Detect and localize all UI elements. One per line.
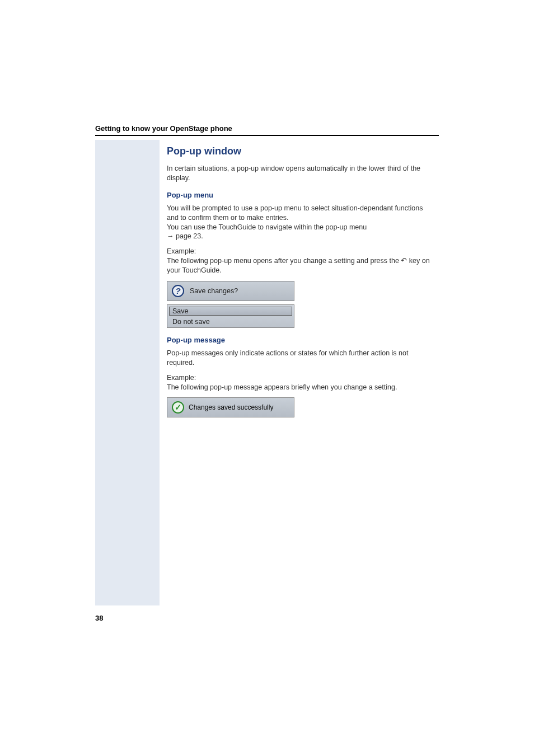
- arrow-right-icon: →: [167, 232, 174, 241]
- popup-message-example-text: The following pop-up message appears bri…: [167, 383, 397, 391]
- question-mark-icon: ?: [172, 285, 184, 297]
- page-header: Getting to know your OpenStage phone: [95, 124, 439, 136]
- popup-option-do-not-save[interactable]: Do not save: [167, 317, 294, 327]
- popup-message-box: ✓ Changes saved successfully: [167, 397, 294, 417]
- example-label: Example:: [167, 247, 196, 255]
- back-key-icon: ↶: [401, 256, 407, 266]
- popup-menu-para1: You will be prompted to use a pop-up men…: [167, 204, 423, 222]
- content-area: Pop-up window In certain situations, a p…: [167, 145, 435, 417]
- popup-option-save[interactable]: Save: [169, 307, 292, 316]
- popup-menu-para2: You can use the TouchGuide to navigate w…: [167, 223, 367, 231]
- popup-menu-example: Example: The following pop-up menu opens…: [167, 247, 435, 275]
- popup-menu-heading: Pop-up menu: [167, 191, 435, 199]
- popup-dialog-title-row: ? Save changes?: [167, 281, 294, 300]
- popup-dialog-title: Save changes?: [190, 287, 238, 295]
- popup-menu-para: You will be prompted to use a pop-up men…: [167, 204, 435, 242]
- page-reference-link[interactable]: page 23.: [176, 232, 203, 240]
- section-title: Pop-up window: [167, 145, 435, 157]
- check-mark-icon: ✓: [172, 401, 184, 414]
- popup-menu-options: Save Do not save: [167, 304, 294, 328]
- example-text-before: The following pop-up menu opens after yo…: [167, 257, 401, 265]
- popup-message-text: Changes saved successfully: [189, 403, 273, 411]
- popup-message-para1: Pop-up messages only indicate actions or…: [167, 349, 435, 368]
- popup-menu-dialog-header: ? Save changes?: [167, 281, 294, 301]
- example-label-2: Example:: [167, 374, 196, 382]
- left-margin-bar: [95, 140, 160, 605]
- section-intro: In certain situations, a pop-up window o…: [167, 164, 435, 183]
- popup-message-example: Example: The following pop-up message ap…: [167, 373, 435, 392]
- popup-message-heading: Pop-up message: [167, 336, 435, 344]
- page-number: 38: [95, 614, 103, 622]
- header-title: Getting to know your OpenStage phone: [95, 124, 232, 133]
